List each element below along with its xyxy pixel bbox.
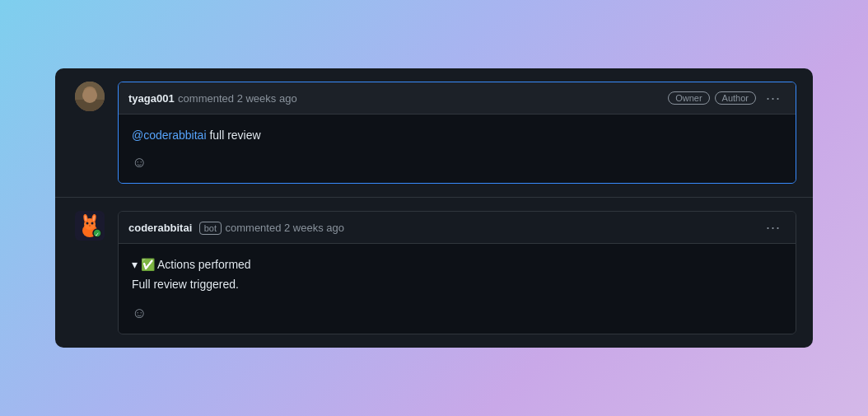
comment-wrapper-1: tyaga001 commented 2 weeks ago Owner Aut… — [55, 68, 813, 197]
comment-content-2: ▾ ✅ Actions performed Full review trigge… — [119, 244, 796, 334]
author-badge: Author — [715, 91, 756, 105]
comment-box-2: coderabbitai bot commented 2 weeks ago ·… — [118, 211, 796, 334]
comment-content-1: @coderabbitai full review ☺ — [119, 115, 796, 183]
owner-badge: Owner — [668, 91, 709, 105]
bot-badge: bot — [199, 222, 222, 235]
avatar-coderabbitai: ✓ — [75, 211, 105, 241]
comment-wrapper-2: ✓ coderabbitai bot commented 2 weeks ago… — [55, 197, 813, 348]
more-options-button-1[interactable]: ··· — [761, 89, 786, 107]
avatar-col-2: ✓ — [72, 211, 108, 241]
comments-container: tyaga001 commented 2 weeks ago Owner Aut… — [55, 68, 813, 348]
comment-body-2: coderabbitai bot commented 2 weeks ago ·… — [118, 211, 796, 334]
svg-point-4 — [92, 91, 95, 93]
comment-header-left-1: tyaga001 commented 2 weeks ago — [128, 91, 297, 105]
comment-header-2: coderabbitai bot commented 2 weeks ago ·… — [119, 212, 796, 244]
emoji-row-1: ☺ — [132, 154, 782, 171]
svg-point-12 — [86, 222, 89, 225]
comment-meta-2: commented 2 weeks ago — [226, 222, 345, 234]
svg-point-1 — [83, 86, 96, 100]
comment-box-1: tyaga001 commented 2 weeks ago Owner Aut… — [118, 82, 796, 184]
action-line-1: ▾ ✅ Actions performed — [132, 255, 782, 275]
svg-point-0 — [75, 82, 105, 111]
comment-text-2: ▾ ✅ Actions performed Full review trigge… — [132, 255, 782, 295]
comment-text-1: @coderabbitai full review — [132, 126, 782, 144]
comment-meta-1: commented 2 weeks ago — [178, 92, 297, 105]
emoji-button-2[interactable]: ☺ — [132, 305, 147, 322]
svg-point-2 — [79, 102, 100, 111]
comment-header-left-2: coderabbitai bot commented 2 weeks ago — [128, 220, 344, 235]
emoji-button-1[interactable]: ☺ — [132, 154, 147, 171]
svg-point-14 — [89, 226, 91, 227]
comment-body-1: tyaga001 commented 2 weeks ago Owner Aut… — [118, 82, 796, 184]
more-options-button-2[interactable]: ··· — [761, 218, 786, 236]
svg-text:✓: ✓ — [95, 231, 100, 237]
comment-author-1: tyaga001 — [128, 92, 175, 105]
comment-badges-2: ··· — [761, 218, 786, 236]
avatar-tyaga001 — [75, 82, 105, 111]
emoji-row-2: ☺ — [132, 305, 782, 322]
svg-point-3 — [86, 91, 88, 93]
mention-1: @coderabbitai — [132, 129, 207, 142]
comment-header-1: tyaga001 commented 2 weeks ago Owner Aut… — [119, 82, 796, 115]
comment-author-2: coderabbitai — [128, 222, 192, 234]
avatar-col-1 — [72, 82, 108, 111]
svg-point-13 — [91, 222, 94, 225]
action-line-2: Full review triggered. — [132, 275, 782, 295]
comment-badges-1: Owner Author ··· — [668, 89, 786, 107]
